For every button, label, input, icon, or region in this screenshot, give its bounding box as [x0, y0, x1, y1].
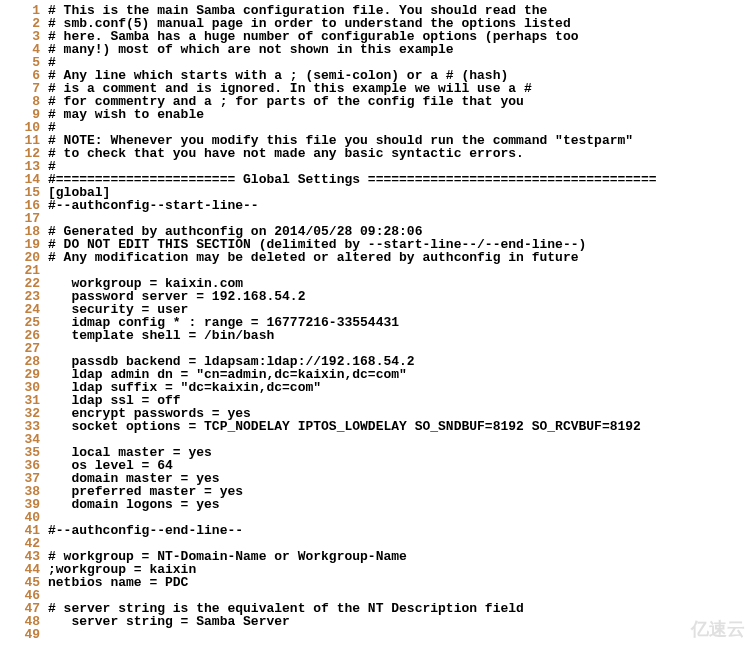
line-numbers-gutter: 1234567891011121314151617181920212223242… — [0, 4, 48, 641]
code-line: template shell = /bin/bash — [48, 329, 753, 342]
code-line: # Any modification may be deleted or alt… — [48, 251, 753, 264]
code-line — [48, 628, 753, 641]
code-container: 1234567891011121314151617181920212223242… — [0, 4, 753, 641]
code-line: #--authconfig--end-line-- — [48, 524, 753, 537]
code-line: #--authconfig--start-line-- — [48, 199, 753, 212]
code-line: # many!) most of which are not shown in … — [48, 43, 753, 56]
code-content: # This is the main Samba configuration f… — [48, 4, 753, 641]
code-line: server string = Samba Server — [48, 615, 753, 628]
code-line: # may wish to enable — [48, 108, 753, 121]
code-line: # to check that you have not made any ba… — [48, 147, 753, 160]
code-line: domain logons = yes — [48, 498, 753, 511]
watermark: 亿速云 — [691, 620, 745, 638]
code-line: netbios name = PDC — [48, 576, 753, 589]
line-number: 49 — [0, 628, 40, 641]
code-line: #======================= Global Settings… — [48, 173, 753, 186]
code-line: socket options = TCP_NODELAY IPTOS_LOWDE… — [48, 420, 753, 433]
